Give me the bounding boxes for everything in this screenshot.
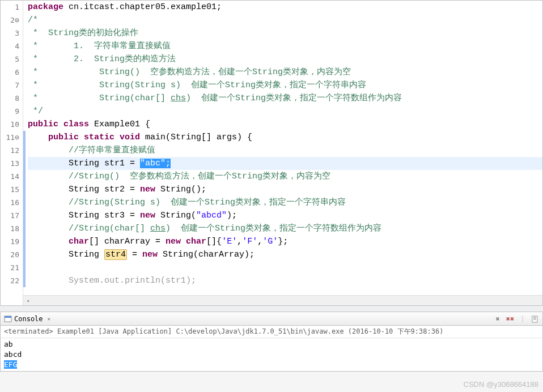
line-number: 18 [1,222,19,235]
code-line[interactable]: public static void main(String[] args) { [28,131,542,144]
console-tab-label: Console [14,315,43,323]
code-line[interactable]: String str2 = new String(); [28,183,542,196]
line-number: 6 [1,66,19,79]
line-number: 9 [1,105,19,118]
line-number: 15 [1,183,19,196]
code-line[interactable]: */ [28,105,542,118]
code-line[interactable]: String str3 = new String("abcd"); [28,209,542,222]
code-line[interactable]: //String(String s) 创建一个String类对象，指定一个字符串… [28,196,542,209]
code-line[interactable]: //字符串常量直接赋值 [28,144,542,157]
code-line[interactable]: * String() 空参数构造方法，创建一个String类对象，内容为空 [28,66,542,79]
line-number: 13 [1,157,19,170]
code-line[interactable]: * String(String s) 创建一个String类对象，指定一个字符串… [28,79,542,92]
remove-all-launches-icon[interactable]: ✖✖ [506,315,514,323]
code-line[interactable]: char[] charArray = new char[]{'E','F','G… [28,235,542,248]
console-output[interactable]: ababcdEFG [1,338,542,371]
line-number: 16 [1,196,19,209]
console-toolbar: ✖ ✖✖ | [494,315,539,323]
line-number: 19 [1,235,19,248]
line-number: 20 [1,248,19,261]
console-line[interactable]: abcd [4,350,539,360]
console-tab[interactable]: Console ✕ [4,315,50,323]
line-number: 10 [1,118,19,131]
line-number: 11⊖ [1,131,19,144]
line-number: 7 [1,79,19,92]
console-view: Console ✕ ✖ ✖✖ | <terminated> Example01 … [0,312,543,372]
line-number: 17 [1,209,19,222]
horizontal-scrollbar[interactable]: ◂ [23,295,542,305]
line-number: 1 [1,1,19,14]
line-number: 3 [1,27,19,40]
line-number: 2⊖ [1,14,19,27]
code-line[interactable]: System.out.println(str1); [28,274,542,287]
clear-console-icon[interactable] [531,315,539,323]
scroll-left-arrow[interactable]: ◂ [23,297,32,304]
svg-rect-1 [5,316,11,318]
console-line[interactable]: ab [4,339,539,350]
line-number: 8 [1,92,19,105]
line-number: 14 [1,170,19,183]
remove-launch-icon[interactable]: ✖ [494,315,502,323]
code-line[interactable]: package cn.itcast.chapter05.example01; [28,1,542,14]
code-line[interactable]: String str4 = new String(charArray); [28,248,542,261]
code-area[interactable]: package cn.itcast.chapter05.example01;/*… [23,1,542,305]
code-line[interactable]: public class Example01 { [28,118,542,131]
code-line[interactable]: String str1 = "abc"; [28,157,542,170]
line-number: 12 [1,144,19,157]
line-number: 4 [1,40,19,53]
line-number-gutter: 12⊖34567891011⊖1213141516171819202122 [1,1,23,305]
code-line[interactable]: //String() 空参数构造方法，创建一个String类对象，内容为空 [28,170,542,183]
code-line[interactable]: * String类的初始化操作 [28,27,542,40]
line-number: 5 [1,53,19,66]
console-line[interactable]: EFG [4,360,539,370]
code-line[interactable]: * String(char[] chs) 创建一个String类对象，指定一个字… [28,92,542,105]
watermark: CSDN @y3068664188 [464,380,538,389]
code-line[interactable]: /* [28,14,542,27]
console-icon [4,315,12,323]
code-line[interactable]: * 1. 字符串常量直接赋值 [28,40,542,53]
pane-splitter[interactable] [0,306,543,312]
code-line[interactable]: * 2. String类的构造方法 [28,53,542,66]
console-status: <terminated> Example01 [Java Application… [1,326,542,338]
code-line[interactable]: //String(char[] chs) 创建一个String类对象，指定一个字… [28,222,542,235]
line-number: 22 [1,274,19,287]
line-number: 21 [1,261,19,274]
console-header: Console ✕ ✖ ✖✖ | [1,312,542,326]
console-tab-close-icon[interactable]: ✕ [48,316,50,322]
divider: | [519,315,527,323]
change-marker [23,131,26,287]
code-editor[interactable]: 12⊖34567891011⊖1213141516171819202122 pa… [0,0,543,306]
code-line[interactable] [28,261,542,274]
